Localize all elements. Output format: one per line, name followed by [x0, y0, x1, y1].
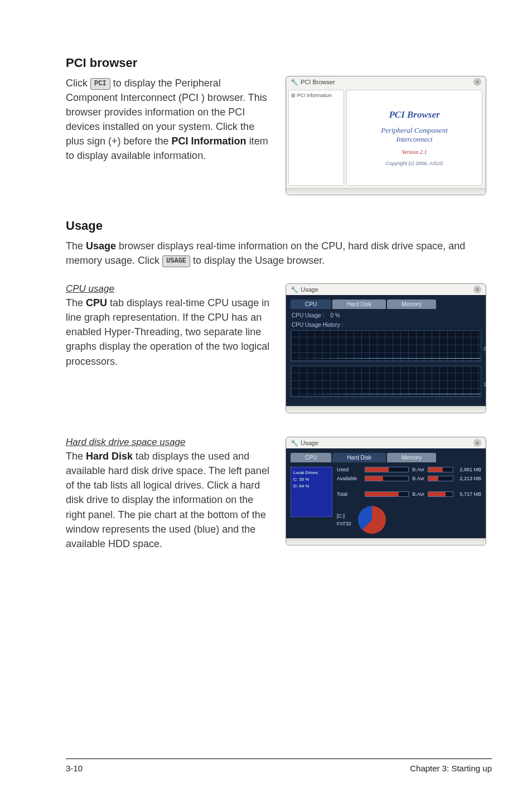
- footer-chapter: Chapter 3: Starting up: [410, 764, 492, 773]
- stat-label: Total: [337, 491, 361, 497]
- close-icon[interactable]: ×: [473, 439, 481, 447]
- hdd-b: tab displays the used and available hard…: [66, 451, 269, 549]
- list-item[interactable]: C: 38 %: [293, 476, 330, 483]
- tab-harddisk[interactable]: Hard Disk: [332, 453, 386, 462]
- stat-bar: [365, 476, 409, 481]
- cpu-bold: CPU: [86, 297, 107, 308]
- cpu-graph-2: [291, 366, 481, 397]
- pci-icon-button: PCI: [90, 78, 110, 90]
- list-item[interactable]: Local Drives: [293, 470, 330, 476]
- hdd-usage-heading: Hard disk drive space usage: [66, 437, 272, 448]
- usage-intro-paragraph: The Usage browser displays real-time inf…: [66, 239, 492, 268]
- hdd-legend-fs: FAT32: [337, 520, 351, 528]
- cpu-usage-label: CPU Usage :: [292, 312, 324, 318]
- tab-memory[interactable]: Memory: [387, 453, 436, 462]
- window-icon: 🔧: [291, 79, 298, 86]
- cpu-usage-value: 0 %: [330, 312, 340, 318]
- pci-click-word: Click: [66, 78, 90, 89]
- cpu-history-label: CPU Usage History :: [292, 322, 480, 328]
- tab-harddisk[interactable]: Hard Disk: [332, 299, 386, 309]
- list-item[interactable]: D: 84 %: [293, 483, 330, 490]
- cpu-pct-1: 2 %: [483, 346, 486, 351]
- stat-value: 5,717 MB: [457, 491, 481, 497]
- pci-window-title: PCI Browser: [301, 79, 335, 85]
- cpu-window-title: Usage: [301, 286, 318, 293]
- stat-bar-small: [428, 491, 453, 497]
- window-icon: 🔧: [291, 439, 298, 447]
- pci-copyright: Copyright (c) 2006, ASUS: [385, 161, 443, 166]
- stat-value: 2,213 MB: [457, 476, 481, 481]
- cpu-usage-paragraph: The CPU tab displays real-time CPU usage…: [66, 296, 272, 368]
- stat-label: Used: [337, 467, 361, 472]
- pci-bold-item: PCI Information: [172, 136, 246, 147]
- pci-sub1: Peripheral Component: [381, 126, 448, 134]
- section-title-pci: PCI browser: [66, 56, 492, 70]
- section-title-usage: Usage: [66, 219, 492, 233]
- stat-suffix: B.Avr: [412, 491, 424, 497]
- stat-value: 2,881 MB: [457, 467, 481, 472]
- footer-page-number: 3-10: [66, 764, 83, 773]
- window-icon: 🔧: [291, 286, 298, 293]
- stat-suffix: B.Avr: [412, 467, 424, 472]
- tab-cpu[interactable]: CPU: [291, 299, 331, 309]
- close-icon[interactable]: ×: [473, 286, 481, 293]
- window-footer-stripe: [286, 188, 486, 195]
- pci-version: Version 2.1: [402, 149, 427, 155]
- pci-heading: PCI Browser: [389, 109, 439, 120]
- stat-total: Total B.Avr 5,717 MB: [337, 491, 481, 497]
- usage-tabs: CPU Hard Disk Memory: [291, 453, 481, 462]
- hdd-bold: Hard Disk: [86, 451, 133, 462]
- hdd-usage-paragraph: The Hard Disk tab displays the used and …: [66, 449, 272, 551]
- stat-label: Available: [337, 476, 361, 481]
- stat-suffix: B.Avr: [412, 476, 424, 481]
- usage-intro-bold: Usage: [86, 240, 116, 252]
- hdd-window-title: Usage: [301, 439, 318, 446]
- hdd-a: The: [66, 451, 86, 462]
- tab-memory[interactable]: Memory: [387, 299, 436, 309]
- stat-bar: [365, 491, 409, 497]
- usage-icon-button: USAGE: [162, 255, 190, 267]
- usage-intro-a: The: [66, 240, 86, 252]
- usage-intro-c: to display the Usage browser.: [193, 255, 325, 266]
- pci-tree[interactable]: ⊞ PCI Information: [288, 90, 344, 186]
- cpu-usage-heading: CPU usage: [66, 283, 272, 294]
- stat-avail: Available B.Avr 2,213 MB: [337, 476, 481, 481]
- cpu-graph-1: [291, 330, 481, 361]
- page-footer: 3-10 Chapter 3: Starting up: [66, 758, 492, 773]
- window-footer-stripe: [286, 538, 486, 545]
- stat-bar-small: [428, 476, 453, 481]
- pci-sub: Peripheral Component Interconnect: [381, 126, 448, 143]
- cpu-a: The: [66, 297, 86, 308]
- stat-bar-small: [428, 467, 453, 472]
- cpu-pct-2: 15 %: [483, 381, 486, 387]
- close-icon[interactable]: ×: [473, 78, 481, 86]
- tab-cpu[interactable]: CPU: [291, 453, 331, 462]
- cpu-usage-window: 🔧 Usage × CPU Hard Disk Memory CPU Usage…: [286, 283, 486, 413]
- hdd-pie-chart: [358, 506, 386, 534]
- hdd-legend-drive: [C:]: [337, 512, 351, 520]
- pci-sub2: Interconnect: [396, 135, 432, 143]
- stat-used: Used B.Avr 2,881 MB: [337, 467, 481, 472]
- pci-browser-window: 🔧 PCI Browser × ⊞ PCI Information PCI Br…: [286, 76, 486, 195]
- usage-tabs: CPU Hard Disk Memory: [291, 299, 481, 309]
- stat-bar: [365, 467, 409, 472]
- pci-paragraph: Click PCI to display the Peripheral Comp…: [66, 76, 272, 163]
- hdd-usage-window: 🔧 Usage × CPU Hard Disk Memory Local Dri…: [286, 437, 486, 545]
- pci-tree-root[interactable]: ⊞ PCI Information: [291, 93, 332, 98]
- hdd-drive-list[interactable]: Local Drives C: 38 % D: 84 %: [291, 467, 332, 517]
- window-footer-stripe: [286, 406, 486, 413]
